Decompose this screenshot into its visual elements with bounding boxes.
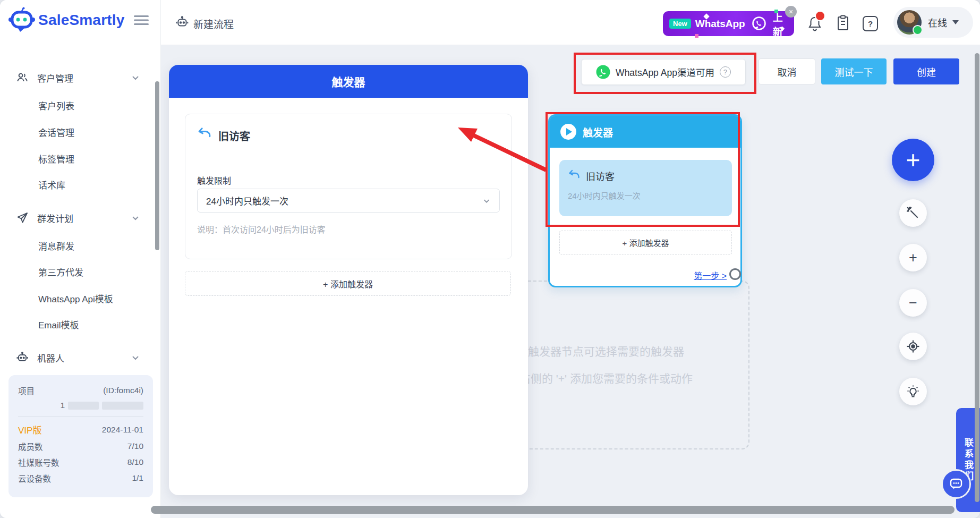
new-chip: New: [669, 19, 691, 29]
sidebar-item-third-party-send[interactable]: 第三方代发: [38, 265, 83, 278]
lightbulb-icon: [906, 385, 920, 398]
live-chat-button[interactable]: [941, 469, 971, 499]
confetti-decor: [774, 10, 778, 13]
redacted-block: [102, 402, 143, 410]
sidebar-item-email-template[interactable]: Email模板: [38, 318, 79, 331]
panel-add-trigger-button[interactable]: + 添加触发器: [185, 271, 511, 296]
undo-arrow-icon: [568, 168, 581, 181]
project-info-panel: 项目 (ID:fomc4i) 1 VIP版 2024-11-01 成员数 7/1…: [8, 375, 153, 497]
trigger-hint: 说明：首次访问24小时后为旧访客: [197, 223, 326, 235]
project-label: 项目: [18, 385, 35, 396]
canvas-horizontal-scrollbar[interactable]: [151, 506, 955, 514]
sidebar-item-message-broadcast[interactable]: 消息群发: [38, 239, 74, 252]
chat-bubble-icon: [949, 477, 963, 491]
whatsapp-green-icon: [596, 65, 610, 79]
online-status-dot: [913, 25, 923, 35]
logo-text: SaleSmartly: [38, 12, 125, 29]
page-title: 新建流程: [193, 16, 234, 31]
paper-plane-icon: [16, 211, 29, 224]
plan-date: 2024-11-01: [102, 425, 143, 435]
minus-icon: −: [909, 295, 917, 311]
clipboard-icon[interactable]: [836, 14, 850, 31]
test-button[interactable]: 测试一下: [821, 58, 887, 84]
whatsapp-outline-icon: [749, 14, 769, 33]
hamburger-menu-icon[interactable]: [134, 15, 149, 26]
zoom-in-button[interactable]: +: [899, 244, 927, 271]
trigger-config-panel: 触发器 旧访客 触发限制 24小时内只触发一次 说明：首次访问24小时后为旧访客…: [169, 65, 528, 495]
node-connector-port[interactable]: [729, 268, 741, 280]
sidebar-item-customer-list[interactable]: 客户列表: [38, 99, 74, 112]
flow-drop-zone: [499, 281, 749, 449]
notification-dot: [815, 11, 825, 21]
help-icon[interactable]: ?: [863, 16, 878, 31]
locate-button[interactable]: [899, 333, 927, 360]
chevron-down-icon: [131, 73, 140, 82]
trigger-node-item[interactable]: 旧访客 24小时内只触发一次: [559, 160, 732, 216]
quota-label: 社媒账号数: [18, 456, 59, 468]
sidebar-item-session-management[interactable]: 会话管理: [38, 125, 74, 139]
sidebar: SaleSmartly 客户管理 客户列表 会话管理 标签管理 话术库: [0, 0, 161, 518]
quota-value: 8/10: [127, 457, 143, 467]
sidebar-item-script-library[interactable]: 话术库: [38, 178, 65, 191]
redacted-block: [68, 402, 99, 410]
salesmartly-logo-icon: [7, 6, 36, 35]
first-step-link[interactable]: 第一步 >: [694, 269, 727, 282]
canvas-vertical-scrollbar[interactable]: [975, 53, 979, 502]
magic-wand-button[interactable]: [899, 199, 927, 227]
undo-arrow-icon: [197, 126, 212, 141]
trigger-card: 旧访客 触发限制 24小时内只触发一次 说明：首次访问24小时后为旧访客: [185, 114, 512, 259]
quota-label: 成员数: [18, 440, 43, 452]
trigger-limit-label: 触发限制: [197, 174, 231, 186]
whatsapp-channel-button[interactable]: WhatsApp App渠道可用 ?: [581, 59, 746, 85]
users-icon: [16, 71, 29, 84]
zoom-out-button[interactable]: −: [899, 289, 927, 317]
plus-icon: +: [906, 146, 921, 174]
question-circle-icon: ?: [720, 66, 731, 78]
quota-value: 1/1: [132, 473, 143, 483]
trigger-limit-select[interactable]: 24小时内只触发一次: [197, 189, 500, 213]
project-account-prefix: 1: [60, 401, 65, 410]
sidebar-scrollbar[interactable]: [155, 81, 159, 250]
locate-icon: [906, 339, 920, 353]
robot-icon: [16, 351, 29, 364]
trigger-card-title: 旧访客: [218, 128, 250, 143]
tips-button[interactable]: [899, 378, 927, 405]
quota-label: 云设备数: [18, 472, 51, 484]
chevron-down-icon: [131, 353, 140, 362]
app-window: SaleSmartly 客户管理 客户列表 会话管理 标签管理 话术库: [0, 0, 980, 518]
node-add-trigger-button[interactable]: + 添加触发器: [559, 231, 732, 254]
online-status-label: 在线: [928, 15, 947, 29]
magic-wand-icon: [907, 207, 919, 219]
quota-value: 7/10: [127, 441, 143, 451]
plan-badge: VIP版: [18, 423, 41, 436]
chevron-down-icon: [482, 197, 491, 205]
panel-title: 触发器: [169, 65, 528, 98]
cancel-button[interactable]: 取消: [759, 58, 815, 84]
sidebar-item-customer-management[interactable]: 客户管理: [0, 68, 154, 87]
notification-bell-icon[interactable]: [807, 15, 822, 32]
play-icon: [560, 124, 576, 140]
trigger-node-card[interactable]: 触发器 旧访客 24小时内只触发一次 + 添加触发器 第一步 >: [548, 114, 742, 287]
sidebar-item-whatsapp-api-template[interactable]: WhatsApp Api模板: [38, 292, 113, 305]
avatar: [897, 10, 922, 35]
sidebar-item-tag-management[interactable]: 标签管理: [38, 152, 74, 165]
badge-close-icon[interactable]: ×: [785, 6, 797, 18]
sidebar-item-robot[interactable]: 机器人: [0, 348, 154, 367]
chevron-down-icon: [952, 20, 959, 24]
sidebar-item-broadcast-plan[interactable]: 群发计划: [0, 208, 154, 227]
confetti-decor: [695, 34, 698, 38]
chevron-down-icon: [131, 213, 140, 223]
create-button[interactable]: 创建: [893, 58, 959, 84]
user-menu[interactable]: 在线: [893, 7, 973, 38]
trigger-node-header: 触发器: [550, 116, 740, 148]
top-header: 新建流程 New WhatsApp 上新 ×: [160, 0, 980, 45]
project-id: (ID:fomc4i): [103, 386, 143, 395]
plus-icon: +: [909, 250, 917, 266]
whatsapp-promo-badge[interactable]: New WhatsApp 上新: [663, 11, 794, 36]
divider: [18, 417, 143, 417]
add-node-fab[interactable]: +: [892, 139, 934, 181]
flow-robot-icon: [175, 15, 189, 29]
